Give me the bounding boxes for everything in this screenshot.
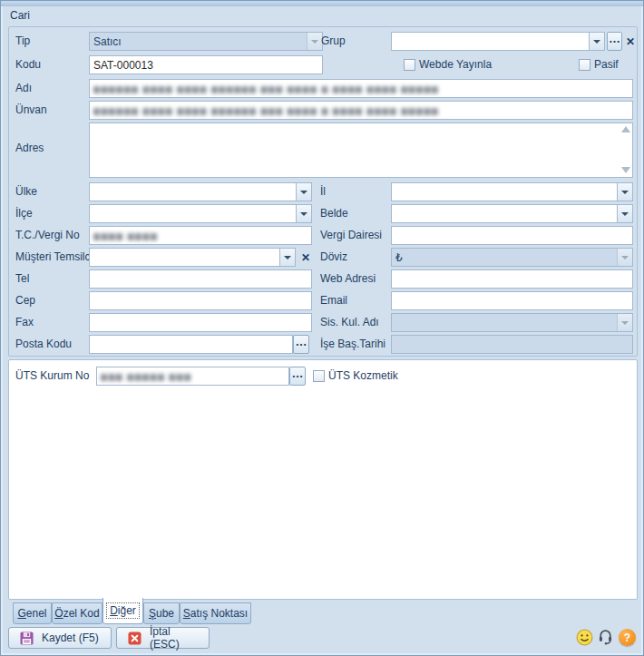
webde-yayinla-checkbox[interactable] (404, 59, 415, 71)
window-title: Cari (10, 9, 30, 22)
tab-genel[interactable]: Genel (13, 602, 52, 624)
adres-label: Adres (15, 139, 44, 158)
tab-label: Özel Kod (53, 607, 101, 620)
grup-value (392, 33, 589, 50)
sis-kul-adi-label: Sis. Kul. Adı (320, 313, 379, 332)
web-adresi-input[interactable] (391, 269, 633, 289)
tip-label: Tip (15, 32, 30, 51)
chevron-down-icon[interactable] (617, 249, 632, 266)
doviz-label: Döviz (320, 248, 347, 267)
pasif-checkbox[interactable] (579, 59, 590, 71)
grup-select[interactable] (391, 32, 605, 51)
tab-label: Genel (15, 607, 48, 620)
unvan-label: Ünvan (15, 101, 47, 120)
cari-window: Cari Tip Satıcı Grup Kodu Webde Yayınla … (0, 0, 644, 656)
belde-select[interactable] (391, 204, 633, 223)
chevron-down-icon[interactable] (279, 249, 295, 266)
musteri-temsilcisi-clear-button[interactable] (299, 248, 312, 267)
il-value (392, 183, 617, 201)
diger-tab-page (8, 359, 638, 600)
tip-value: Satıcı (90, 33, 307, 50)
webde-yayinla-label: Webde Yayınla (419, 55, 492, 74)
musteri-temsilcisi-value (90, 249, 279, 266)
ulke-label: Ülke (15, 182, 37, 201)
vergi-dairesi-label: Vergi Dairesi (320, 226, 382, 245)
ilce-select[interactable] (89, 204, 312, 223)
uts-kurum-no-browse-button[interactable] (289, 367, 306, 386)
tc-vergi-no-input[interactable] (89, 226, 312, 245)
vergi-dairesi-input[interactable] (391, 226, 633, 245)
chevron-down-icon[interactable] (296, 183, 311, 201)
posta-kodu-input[interactable] (89, 335, 293, 354)
ise-bas-tarihi-label: İşe Baş.Tarihi (320, 335, 385, 354)
doviz-value: ₺ (392, 249, 617, 266)
unvan-input[interactable] (89, 101, 633, 120)
grup-clear-button[interactable] (624, 32, 637, 51)
chevron-down-icon[interactable] (617, 205, 632, 222)
belde-label: Belde (320, 204, 348, 223)
ulke-value (90, 183, 296, 201)
sis-kul-adi-value (392, 314, 617, 331)
pasif-label: Pasif (594, 55, 619, 74)
scroll-up-icon[interactable] (621, 126, 630, 132)
tip-select[interactable]: Satıcı (89, 32, 323, 51)
chevron-down-icon[interactable] (617, 183, 632, 201)
kodu-input[interactable] (89, 55, 323, 74)
doviz-select[interactable]: ₺ (391, 248, 633, 267)
tab-ozel-kod[interactable]: Özel Kod (52, 602, 102, 624)
web-adresi-label: Web Adresi (320, 269, 376, 289)
fax-input[interactable] (89, 313, 312, 332)
cancel-x-icon (128, 632, 141, 645)
adi-label: Adı (15, 79, 32, 98)
cancel-button[interactable]: İptal (ESC) (116, 627, 210, 649)
tc-vergi-no-label: T.C./Vergi No (15, 226, 80, 245)
email-label: Email (320, 291, 347, 310)
chevron-down-icon[interactable] (296, 205, 311, 222)
window-top-strip (1, 1, 643, 6)
tab-satis-noktasi[interactable]: Satış Noktası (180, 602, 251, 624)
musteri-temsilcisi-label: Müşteri Temsilcisi (15, 248, 101, 267)
chevron-down-icon[interactable] (307, 33, 322, 50)
adi-input[interactable] (89, 79, 633, 98)
tab-label: Şube (147, 607, 176, 620)
ilce-label: İlçe (15, 204, 33, 223)
il-select[interactable] (391, 182, 633, 201)
tab-sube[interactable]: Şube (143, 602, 180, 624)
floppy-disk-icon (20, 632, 34, 645)
ilce-value (90, 205, 296, 222)
adres-textarea[interactable] (89, 122, 633, 178)
uts-kozmetik-checkbox[interactable] (313, 370, 325, 382)
tab-diger[interactable]: Diğer (102, 598, 143, 624)
tab-label: Diğer (108, 604, 138, 617)
help-icon[interactable] (619, 629, 636, 646)
chevron-down-icon[interactable] (617, 314, 632, 331)
cep-input[interactable] (89, 291, 312, 310)
kodu-label: Kodu (15, 55, 41, 74)
uts-kozmetik-label: ÜTS Kozmetik (328, 367, 398, 386)
save-button[interactable]: Kaydet (F5) (8, 627, 112, 649)
tel-label: Tel (15, 269, 29, 289)
posta-kodu-browse-button[interactable] (293, 335, 309, 354)
uts-kurum-no-input[interactable] (96, 367, 289, 386)
musteri-temsilcisi-select[interactable] (89, 248, 296, 267)
tab-label: Satış Noktası (181, 607, 249, 620)
scroll-down-icon[interactable] (621, 167, 630, 173)
fax-label: Fax (15, 313, 34, 332)
cep-label: Cep (15, 291, 35, 310)
ise-bas-tarihi-input[interactable] (391, 335, 633, 354)
grup-label: Grup (321, 32, 346, 51)
ulke-select[interactable] (89, 182, 312, 201)
smiley-icon[interactable] (576, 629, 593, 646)
save-button-label: Kaydet (F5) (42, 632, 99, 644)
uts-kurum-no-label: ÜTS Kurum No (15, 367, 89, 386)
grup-browse-button[interactable] (607, 32, 622, 51)
sis-kul-adi-select[interactable] (391, 313, 633, 332)
cancel-button-label: İptal (ESC) (150, 625, 198, 651)
chevron-down-icon[interactable] (589, 33, 604, 50)
headset-icon[interactable] (597, 628, 614, 645)
tel-input[interactable] (89, 269, 312, 289)
belde-value (392, 205, 617, 222)
posta-kodu-label: Posta Kodu (15, 335, 72, 354)
email-input[interactable] (391, 291, 633, 310)
il-label: İl (320, 182, 326, 201)
